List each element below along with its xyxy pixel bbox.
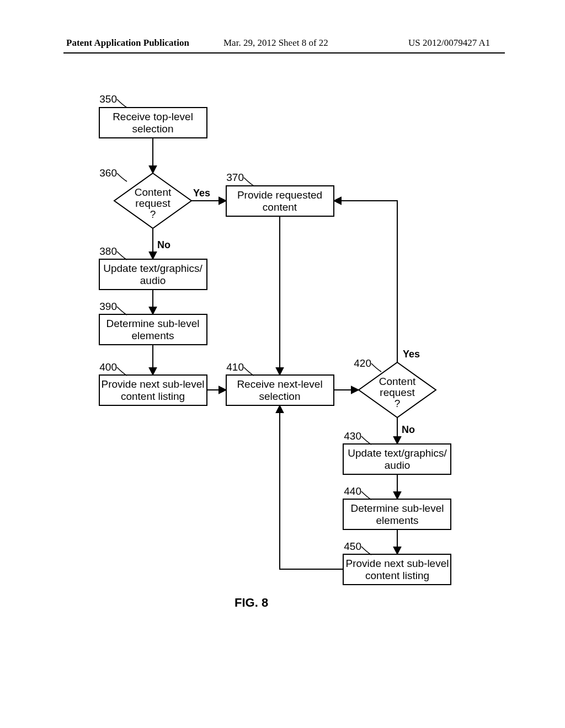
svg-text:?: ?: [395, 398, 401, 409]
svg-text:selection: selection: [132, 123, 174, 135]
svg-text:Receive next-level: Receive next-level: [237, 378, 322, 390]
svg-text:Update text/graphics/: Update text/graphics/: [103, 263, 202, 274]
svg-text:390: 390: [99, 301, 117, 312]
label-no-420: No: [402, 424, 415, 435]
svg-text:?: ?: [150, 208, 156, 220]
label-yes-420: Yes: [403, 349, 420, 360]
svg-text:elements: elements: [376, 515, 418, 526]
svg-text:350: 350: [99, 93, 117, 105]
svg-text:380: 380: [99, 245, 117, 257]
svg-text:content: content: [263, 201, 297, 213]
svg-text:Provide next sub-level: Provide next sub-level: [346, 558, 449, 569]
svg-text:Provide requested: Provide requested: [237, 189, 322, 201]
svg-text:Update text/graphics/: Update text/graphics/: [348, 447, 447, 459]
node-350: Receive top-level selection 350: [99, 93, 207, 138]
svg-text:request: request: [380, 387, 415, 398]
svg-text:430: 430: [344, 430, 361, 442]
svg-text:450: 450: [344, 540, 361, 552]
svg-text:360: 360: [99, 167, 117, 179]
svg-text:Provide next sub-level: Provide next sub-level: [102, 378, 205, 390]
svg-text:content listing: content listing: [365, 570, 429, 581]
svg-text:Content: Content: [135, 186, 172, 198]
figure-caption: FIG. 8: [234, 596, 268, 610]
flowchart-svg: Receive top-level selection 350 Content …: [0, 0, 565, 728]
node-420: Content request ? 420: [354, 357, 436, 417]
svg-text:elements: elements: [131, 330, 174, 341]
label-no-360: No: [157, 239, 170, 250]
svg-text:request: request: [135, 197, 170, 209]
svg-text:370: 370: [226, 172, 244, 183]
svg-text:400: 400: [99, 361, 117, 373]
svg-text:audio: audio: [140, 275, 166, 286]
svg-text:selection: selection: [259, 390, 301, 402]
svg-text:Receive top-level: Receive top-level: [113, 111, 193, 122]
svg-text:content listing: content listing: [121, 390, 185, 402]
svg-text:Determine sub-level: Determine sub-level: [106, 318, 200, 329]
label-yes-360: Yes: [193, 188, 210, 199]
svg-text:audio: audio: [385, 459, 411, 471]
edge-450-410: [280, 405, 343, 569]
svg-text:Determine sub-level: Determine sub-level: [351, 502, 444, 514]
svg-text:440: 440: [344, 485, 361, 497]
svg-text:Content: Content: [379, 376, 416, 387]
edge-420-370: [334, 201, 397, 362]
svg-text:420: 420: [354, 357, 371, 369]
node-370: Provide requested content 370: [226, 172, 334, 216]
svg-text:410: 410: [226, 361, 244, 373]
node-360: Content request ? 360: [99, 167, 191, 228]
